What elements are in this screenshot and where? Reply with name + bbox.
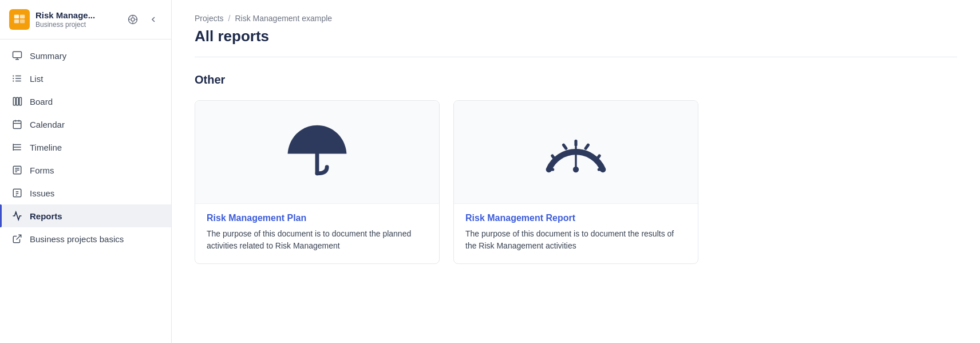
summary-icon (11, 50, 23, 61)
svg-line-36 (552, 156, 555, 159)
card-desc-risk-plan: The purpose of this document is to docum… (207, 228, 428, 252)
svg-rect-15 (19, 97, 22, 105)
cards-grid: Risk Management Plan The purpose of this… (195, 100, 957, 264)
svg-point-10 (13, 75, 14, 76)
sidebar-item-issues[interactable]: Issues (0, 182, 171, 204)
sidebar-logo-area: Risk Manage... Business project (9, 9, 95, 30)
svg-rect-0 (14, 15, 19, 18)
project-name: Risk Manage... (35, 10, 95, 21)
svg-line-39 (586, 145, 588, 148)
breadcrumb-parent[interactable]: Projects (195, 14, 224, 23)
svg-rect-14 (17, 97, 19, 105)
svg-point-11 (13, 78, 14, 79)
sidebar-nav: Summary List (0, 40, 171, 343)
project-sub: Business project (35, 21, 95, 29)
sidebar-header-icons (124, 11, 162, 28)
sidebar-item-label: Summary (30, 51, 66, 61)
breadcrumb-separator: / (228, 14, 231, 23)
sidebar-title-area: Risk Manage... Business project (35, 10, 95, 29)
sidebar-item-forms[interactable]: Forms (0, 159, 171, 182)
report-card-risk-report[interactable]: Risk Management Report The purpose of th… (453, 100, 698, 264)
card-desc-risk-report: The purpose of this document is to docum… (465, 228, 686, 252)
reports-icon (11, 210, 23, 222)
sidebar-item-basics[interactable]: Business projects basics (0, 227, 171, 250)
sidebar-item-label: Reports (30, 211, 62, 221)
sidebar-item-label: Forms (30, 165, 54, 175)
sidebar-item-label: Calendar (30, 120, 65, 129)
issues-icon (11, 187, 23, 199)
report-card-risk-plan[interactable]: Risk Management Plan The purpose of this… (195, 100, 440, 264)
sidebar-item-reports[interactable]: Reports (0, 204, 171, 227)
card-title-risk-plan[interactable]: Risk Management Plan (207, 213, 428, 223)
calendar-icon (11, 119, 23, 130)
collapse-sidebar-button[interactable] (145, 11, 162, 28)
sidebar: Risk Manage... Business project (0, 0, 172, 343)
sidebar-item-calendar[interactable]: Calendar (0, 113, 171, 136)
section-title: Other (195, 73, 957, 86)
svg-rect-3 (20, 19, 25, 23)
sidebar-item-label: Issues (30, 188, 54, 198)
sidebar-item-board[interactable]: Board (0, 90, 171, 113)
svg-line-40 (597, 156, 599, 159)
sidebar-item-label: Business projects basics (30, 234, 124, 244)
timeline-icon (11, 141, 23, 153)
card-title-risk-report[interactable]: Risk Management Report (465, 213, 686, 223)
svg-rect-4 (13, 52, 22, 58)
sidebar-item-summary[interactable]: Summary (0, 44, 171, 67)
sidebar-header: Risk Manage... Business project (0, 0, 171, 40)
external-icon (11, 233, 23, 245)
svg-rect-1 (20, 15, 25, 18)
svg-rect-13 (13, 97, 15, 105)
sidebar-item-list[interactable]: List (0, 67, 171, 90)
svg-point-12 (13, 80, 14, 81)
paint-icon-button[interactable] (124, 11, 141, 28)
card-body-risk-report: Risk Management Report The purpose of th… (454, 204, 698, 263)
breadcrumb-current: Risk Management example (235, 14, 332, 23)
breadcrumb: Projects / Risk Management example (195, 14, 957, 23)
divider (195, 57, 957, 57)
svg-line-32 (17, 235, 21, 239)
card-image-risk-plan (195, 101, 439, 204)
list-icon (11, 73, 23, 84)
card-image-risk-report (454, 101, 698, 204)
project-logo (9, 9, 30, 30)
svg-line-37 (564, 145, 566, 148)
svg-rect-2 (14, 19, 19, 23)
sidebar-item-label: Board (30, 97, 53, 107)
sidebar-item-timeline[interactable]: Timeline (0, 136, 171, 159)
main-content: Projects / Risk Management example All r… (172, 0, 980, 343)
forms-icon (11, 164, 23, 176)
sidebar-item-label: List (30, 74, 43, 84)
svg-rect-16 (13, 121, 21, 129)
page-title: All reports (195, 27, 957, 45)
card-body-risk-plan: Risk Management Plan The purpose of this… (195, 204, 439, 263)
sidebar-item-label: Timeline (30, 143, 62, 152)
board-icon (11, 96, 23, 107)
